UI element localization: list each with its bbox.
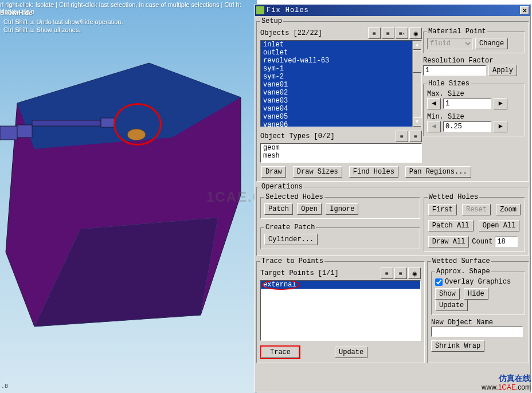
count-label: Count	[472, 238, 492, 246]
resolution-label: Resolution Factor	[423, 57, 525, 65]
model-render	[0, 46, 257, 367]
status-text: .8	[1, 383, 8, 390]
overlay-checkbox[interactable]	[435, 278, 443, 286]
list-item[interactable]: revolved-wall-63	[261, 57, 421, 65]
trace-button[interactable]: Trace	[261, 347, 299, 358]
list-item[interactable]: vane04	[261, 105, 421, 113]
draw-all-button[interactable]: Draw All	[428, 236, 470, 247]
highlight-box: Trace	[260, 345, 300, 359]
dialog-title: Fix Holes	[267, 6, 520, 14]
max-decrement-button[interactable]: ◄	[427, 98, 441, 109]
min-size-input[interactable]	[443, 121, 491, 132]
open-all-button[interactable]: Open All	[479, 220, 520, 231]
list-item[interactable]: sym-1	[261, 65, 421, 73]
list-btn-1[interactable]: ≡	[368, 27, 381, 39]
svg-rect-7	[101, 118, 115, 127]
reset-button[interactable]: Reset	[462, 204, 491, 215]
trace-btn-3[interactable]: ◉	[408, 268, 421, 279]
operations-legend: Operations	[260, 183, 304, 191]
list-item[interactable]: external	[261, 281, 420, 289]
list-item[interactable]: sym-2	[261, 73, 421, 81]
object-types-list[interactable]: geom mesh	[260, 143, 422, 163]
list-item[interactable]: vane03	[261, 97, 421, 105]
setup-legend: Setup	[260, 17, 283, 25]
selected-holes-group: Selected Holes Patch Open Ignore	[260, 193, 420, 219]
target-points-list[interactable]: external	[260, 280, 421, 341]
apply-button[interactable]: Apply	[488, 65, 517, 76]
list-btn-2[interactable]: ≡	[382, 27, 394, 39]
help-line-4: Ctrl Shift a: Show all zones.	[3, 26, 81, 33]
approx-update-button[interactable]: Update	[435, 300, 468, 311]
min-decrement-button[interactable]: ◄	[427, 121, 441, 132]
count-input[interactable]	[495, 237, 518, 247]
list-item[interactable]: mesh	[261, 152, 421, 160]
scroll-thumb[interactable]	[413, 50, 421, 73]
wetted-holes-legend: Wetted Holes	[428, 193, 479, 201]
help-line-1: rl right-click: Isolate | Ctrl right-cli…	[0, 1, 257, 15]
window-icon	[256, 6, 264, 14]
ignore-button[interactable]: Ignore	[326, 203, 358, 215]
material-point-group: Material Point fluid Change	[423, 27, 525, 53]
hide-button[interactable]: Hide	[464, 288, 488, 300]
approx-shape-group: Approx. Shape Overlay Graphics Show Hide…	[431, 268, 525, 315]
objects-list[interactable]: inlet outlet revolved-wall-63 sym-1 sym-…	[260, 40, 422, 127]
object-types-label: Object Types [0/2]	[260, 132, 396, 140]
list-item[interactable]: vane05	[261, 113, 421, 121]
list-btn-4[interactable]: ◉	[409, 27, 422, 39]
material-select[interactable]: fluid	[427, 38, 473, 49]
help-line-3: Ctrl Shift u: Undo last show/hide operat…	[3, 18, 123, 25]
scroll-down-icon[interactable]: ▼	[413, 117, 421, 127]
approx-legend: Approx. Shape	[435, 268, 491, 276]
list-item[interactable]: vane02	[261, 89, 421, 97]
overlay-checkbox-label[interactable]: Overlay Graphics	[435, 278, 521, 286]
show-button[interactable]: Show	[435, 288, 460, 300]
wetted-holes-group: Wetted Holes First Reset Zoom Patch All …	[424, 193, 525, 252]
fix-holes-dialog: Fix Holes ✕ Setup Objects [22/22] ≡ ≡ ≡×…	[255, 4, 531, 392]
update-button[interactable]: Update	[335, 347, 367, 358]
setup-group: Setup Objects [22/22] ≡ ≡ ≡× ◉ inlet	[256, 17, 529, 182]
viewport-3d[interactable]: rl right-click: Isolate | Ctrl right-cli…	[0, 0, 257, 393]
first-button[interactable]: First	[428, 204, 457, 215]
list-item[interactable]: inlet	[261, 41, 421, 49]
shrink-wrap-button[interactable]: Shrink Wrap	[431, 340, 484, 352]
list-item[interactable]: vane01	[261, 81, 421, 89]
types-btn-2[interactable]: ≡	[409, 131, 422, 142]
draw-sizes-button[interactable]: Draw Sizes	[293, 166, 342, 178]
patch-all-button[interactable]: Patch All	[428, 220, 474, 231]
close-button[interactable]: ✕	[520, 6, 529, 14]
max-size-input[interactable]	[443, 99, 491, 109]
cylinder-button[interactable]: Cylinder...	[264, 234, 318, 245]
brand-url: www.1CAE.com	[482, 383, 531, 392]
svg-rect-4	[0, 126, 17, 140]
zoom-button[interactable]: Zoom	[496, 204, 521, 215]
change-button[interactable]: Change	[475, 38, 508, 49]
trace-legend: Trace to Points	[260, 257, 324, 265]
wetted-surface-legend: Wetted Surface	[431, 257, 491, 265]
types-btn-1[interactable]: ≡	[396, 131, 408, 142]
resolution-input[interactable]	[423, 65, 486, 76]
list-item[interactable]: outlet	[261, 49, 421, 57]
overlay-label: Overlay Graphics	[445, 278, 511, 286]
target-points-label: Target Points [1/1]	[260, 269, 381, 277]
find-holes-button[interactable]: Find Holes	[349, 166, 398, 178]
trace-btn-1[interactable]: ≡	[381, 268, 393, 279]
max-increment-button[interactable]: ►	[494, 98, 507, 109]
svg-rect-5	[17, 125, 32, 137]
wetted-surface-group: Wetted Surface Approx. Shape Overlay Gra…	[427, 257, 529, 363]
scrollbar[interactable]: ▲ ▼	[412, 41, 421, 127]
scroll-up-icon[interactable]: ▲	[413, 41, 421, 50]
draw-button[interactable]: Draw	[261, 166, 286, 178]
help-line-2: Show/Hide	[0, 9, 32, 16]
brand-cn: 仿真在线	[482, 374, 531, 383]
list-item[interactable]: geom	[261, 144, 421, 152]
new-object-name-input[interactable]	[431, 327, 523, 337]
pan-regions-button[interactable]: Pan Regions...	[405, 166, 471, 178]
patch-button[interactable]: Patch	[264, 203, 293, 215]
list-btn-3[interactable]: ≡×	[396, 27, 408, 39]
list-item[interactable]: vane06	[261, 121, 421, 127]
min-increment-button[interactable]: ►	[494, 121, 507, 132]
trace-btn-2[interactable]: ≡	[394, 268, 407, 279]
hole-sizes-group: Hole Sizes Max. Size ◄ ► Min. Size ◄ ►	[423, 80, 525, 136]
titlebar[interactable]: Fix Holes ✕	[255, 5, 530, 16]
open-button[interactable]: Open	[297, 203, 322, 215]
